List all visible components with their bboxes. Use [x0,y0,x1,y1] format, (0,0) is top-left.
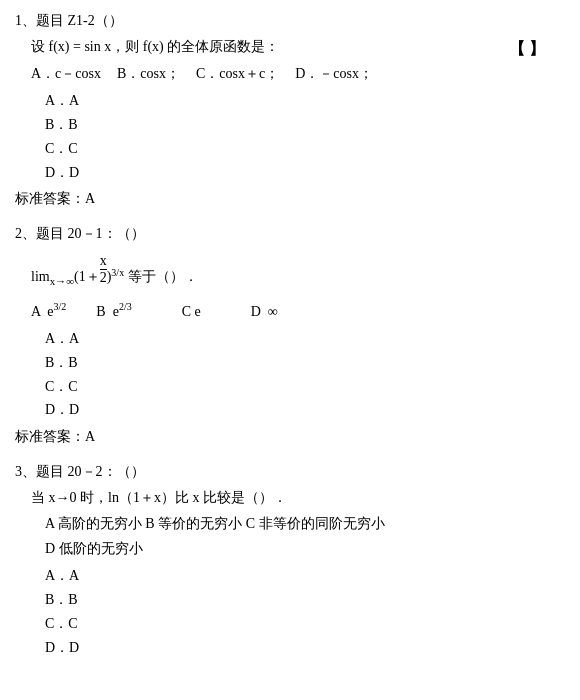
q1-choices: A．A B．B C．C D．D [45,89,565,184]
q2-choice-d[interactable]: D．D [45,398,565,422]
q3-options: A 高阶的无穷小 B 等价的无穷小 C 非等价的同阶无穷小 D 低阶的无穷小 [45,513,565,560]
q3-choice-c[interactable]: C．C [45,612,565,636]
q3-desc: 当 x→0 时，ln（1＋x）比 x 比较是（）． [31,487,565,509]
q2-opt-b[interactable]: B e2/3 [96,299,131,323]
q1-choice-a[interactable]: A．A [45,89,565,113]
question-2: 2、题目 20－1：（） limx→∞(1＋x2)3/x 等于（）． A e3/… [15,223,565,449]
q1-paren: ） [109,13,123,28]
q2-choice-a[interactable]: A．A [45,327,565,351]
q2-title: 2、题目 20－1：（） [15,223,565,245]
q3-choice-b[interactable]: B．B [45,588,565,612]
q2-opt-d[interactable]: D ∞ [251,301,278,323]
question-3: 3、题目 20－2：（） 当 x→0 时，ln（1＋x）比 x 比较是（）． A… [15,461,565,660]
q1-title: 1、题目 Z1-2（） [15,10,565,32]
q3-title: 3、题目 20－2：（） [15,461,565,483]
q2-opt-a[interactable]: A e3/2 [31,299,66,323]
q1-opt-d[interactable]: D．－cosx； [295,63,373,85]
q2-choice-c[interactable]: C．C [45,375,565,399]
q3-number: 3、题目 20－2：（ [15,464,131,479]
q3-choices: A．A B．B C．C D．D [45,564,565,659]
q3-choice-d[interactable]: D．D [45,636,565,660]
q2-options: A e3/2 B e2/3 C e D ∞ [31,299,565,323]
q1-choice-d[interactable]: D．D [45,161,565,185]
q2-choice-b[interactable]: B．B [45,351,565,375]
q1-options: A．c－cosx B．cosx； C．cosx＋c； D．－cosx； [31,63,565,85]
q1-choice-c[interactable]: C．C [45,137,565,161]
question-1: 1、题目 Z1-2（） 设 f(x) = sin x，则 f(x) 的全体原函数… [15,10,565,211]
q1-choice-b[interactable]: B．B [45,113,565,137]
q2-choices: A．A B．B C．C D．D [45,327,565,422]
q2-limit-expr: limx→∞(1＋x2)3/x [31,253,124,291]
q3-choice-a[interactable]: A．A [45,564,565,588]
q1-bracket: 【 】 [509,36,545,62]
q1-opt-a[interactable]: A．c－cosx [31,63,101,85]
q3-opt-abc[interactable]: A 高阶的无穷小 B 等价的无穷小 C 非等价的同阶无穷小 [45,513,565,535]
q2-desc: limx→∞(1＋x2)3/x 等于（）． [31,249,565,295]
q1-opt-c[interactable]: C．cosx＋c； [196,63,279,85]
q2-paren: ） [131,226,145,241]
q1-desc: 设 f(x) = sin x，则 f(x) 的全体原函数是： 【 】 [31,36,565,58]
q3-opt-d[interactable]: D 低阶的无穷小 [45,538,565,560]
q1-answer: 标准答案：A [15,188,565,210]
q2-suffix: 等于（）． [128,270,198,285]
q3-paren: ） [131,464,145,479]
q2-opt-c[interactable]: C e [182,301,201,323]
q1-opt-b[interactable]: B．cosx； [117,63,180,85]
q2-lim-sub: x→∞ [50,275,74,287]
q1-number: 1、题目 Z1-2（ [15,13,109,28]
q2-number: 2、题目 20－1：（ [15,226,131,241]
q2-answer: 标准答案：A [15,426,565,448]
